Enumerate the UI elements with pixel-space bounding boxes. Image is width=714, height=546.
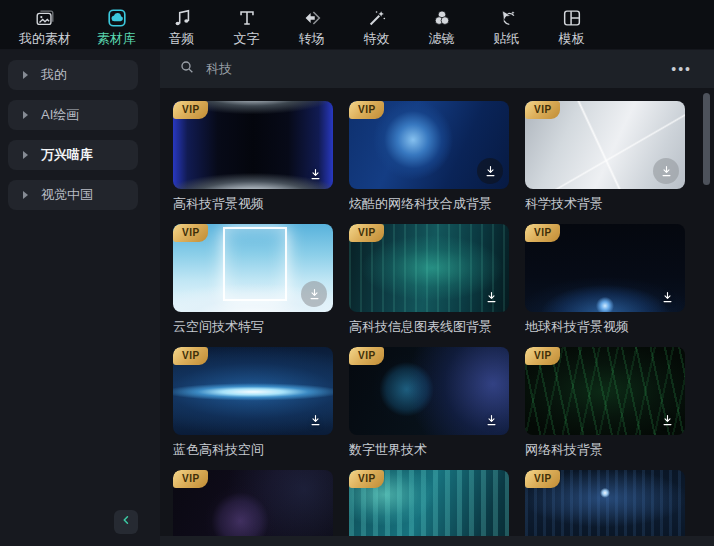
vip-badge: VIP <box>349 347 384 365</box>
asset-card[interactable]: VIP <box>349 470 509 536</box>
asset-thumbnail[interactable]: VIP <box>173 347 333 435</box>
asset-thumbnail[interactable]: VIP <box>349 470 509 536</box>
asset-card[interactable]: VIP <box>525 470 685 536</box>
sidebar-item-mine[interactable]: 我的 <box>8 60 138 90</box>
scrollbar-thumb[interactable] <box>703 93 710 185</box>
asset-card[interactable]: VIP 云空间技术特写 <box>173 224 333 335</box>
my-media-icon <box>34 6 56 30</box>
download-icon <box>484 290 499 305</box>
asset-grid: VIP 高科技背景视频 VIP 炫酷 <box>160 88 714 536</box>
download-icon <box>308 167 323 182</box>
asset-thumbnail[interactable]: VIP <box>173 470 333 536</box>
download-button[interactable] <box>304 532 326 536</box>
search-bar[interactable]: 科技 ••• <box>160 50 714 88</box>
templates-icon <box>561 6 583 30</box>
download-button[interactable] <box>304 409 326 431</box>
toolbar-item-label: 模板 <box>559 31 585 46</box>
chevron-right-icon <box>23 191 28 199</box>
sidebar-item-wondershare-library[interactable]: 万兴喵库 <box>8 140 138 170</box>
asset-title: 地球科技背景视频 <box>525 319 685 335</box>
audio-icon <box>171 6 193 30</box>
asset-thumbnail[interactable]: VIP <box>349 224 509 312</box>
asset-thumbnail[interactable]: VIP <box>173 101 333 189</box>
toolbar-item-transition[interactable]: 转场 <box>279 4 344 46</box>
download-button[interactable] <box>301 281 327 307</box>
download-button[interactable] <box>480 286 502 308</box>
asset-thumbnail[interactable]: VIP <box>173 224 333 312</box>
download-button[interactable] <box>656 286 678 308</box>
vip-badge: VIP <box>349 101 384 119</box>
chevron-right-icon <box>23 71 28 79</box>
toolbar-item-label: 转场 <box>299 31 325 46</box>
asset-title: 蓝色高科技空间 <box>173 442 333 458</box>
chevron-left-icon <box>119 513 133 531</box>
toolbar-item-label: 滤镜 <box>429 31 455 46</box>
asset-title: 云空间技术特写 <box>173 319 333 335</box>
vip-badge: VIP <box>525 347 560 365</box>
asset-card[interactable]: VIP 高科技背景视频 <box>173 101 333 212</box>
search-icon <box>179 59 195 79</box>
download-button[interactable] <box>480 409 502 431</box>
asset-title: 网络科技背景 <box>525 442 685 458</box>
filters-icon <box>431 6 453 30</box>
vip-badge: VIP <box>173 101 208 119</box>
toolbar-item-text[interactable]: 文字 <box>214 4 279 46</box>
toolbar-item-audio[interactable]: 音频 <box>149 4 214 46</box>
effects-icon <box>366 6 388 30</box>
main-area: 我的 AI绘画 万兴喵库 视觉中国 <box>0 50 714 546</box>
vip-badge: VIP <box>173 224 208 242</box>
asset-card[interactable]: VIP 数字世界技术 <box>349 347 509 458</box>
sidebar-item-label: AI绘画 <box>41 106 79 124</box>
asset-card[interactable]: VIP 蓝色高科技空间 <box>173 347 333 458</box>
content-panel: 科技 ••• VIP 高科技背景视频 VIP <box>160 50 714 546</box>
download-icon <box>484 413 499 428</box>
toolbar-item-stock-library[interactable]: 素材库 <box>84 4 149 46</box>
collapse-sidebar-button[interactable] <box>114 510 138 534</box>
asset-title: 科学技术背景 <box>525 196 685 212</box>
vip-badge: VIP <box>173 470 208 488</box>
asset-card[interactable]: VIP 网络科技背景 <box>525 347 685 458</box>
vip-badge: VIP <box>349 224 384 242</box>
asset-title: 数字世界技术 <box>349 442 509 458</box>
chevron-right-icon <box>23 111 28 119</box>
asset-thumbnail[interactable]: VIP <box>525 470 685 536</box>
search-input[interactable]: 科技 <box>206 60 671 78</box>
sidebar-item-label: 万兴喵库 <box>41 146 93 164</box>
vip-badge: VIP <box>525 470 560 488</box>
asset-thumbnail[interactable]: VIP <box>349 347 509 435</box>
asset-card[interactable]: VIP <box>173 470 333 536</box>
asset-card[interactable]: VIP 地球科技背景视频 <box>525 224 685 335</box>
sidebar-item-ai-painting[interactable]: AI绘画 <box>8 100 138 130</box>
vip-badge: VIP <box>349 470 384 488</box>
asset-thumbnail[interactable]: VIP <box>525 224 685 312</box>
download-button[interactable] <box>304 163 326 185</box>
sidebar-item-visual-china[interactable]: 视觉中国 <box>8 180 138 210</box>
asset-card[interactable]: VIP 炫酷的网络科技合成背景 <box>349 101 509 212</box>
asset-card[interactable]: VIP 高科技信息图表线图背景 <box>349 224 509 335</box>
toolbar-item-templates[interactable]: 模板 <box>539 4 604 46</box>
toolbar-item-label: 音频 <box>169 31 195 46</box>
download-button[interactable] <box>480 532 502 536</box>
download-icon <box>307 287 322 302</box>
asset-thumbnail[interactable]: VIP <box>525 347 685 435</box>
asset-card[interactable]: VIP 科学技术背景 <box>525 101 685 212</box>
download-button[interactable] <box>653 158 679 184</box>
sidebar-item-label: 视觉中国 <box>41 186 93 204</box>
asset-title: 炫酷的网络科技合成背景 <box>349 196 509 212</box>
toolbar-item-filters[interactable]: 滤镜 <box>409 4 474 46</box>
download-icon <box>659 164 674 179</box>
download-button[interactable] <box>656 409 678 431</box>
more-options-button[interactable]: ••• <box>671 64 692 74</box>
download-icon <box>308 536 323 537</box>
sidebar: 我的 AI绘画 万兴喵库 视觉中国 <box>0 50 160 546</box>
download-icon <box>483 164 498 179</box>
toolbar-item-my-media[interactable]: 我的素材 <box>6 4 84 46</box>
download-button[interactable] <box>656 532 678 536</box>
download-button[interactable] <box>477 158 503 184</box>
download-icon <box>660 413 675 428</box>
asset-thumbnail[interactable]: VIP <box>349 101 509 189</box>
bottom-strip <box>160 536 714 546</box>
toolbar-item-stickers[interactable]: 贴纸 <box>474 4 539 46</box>
toolbar-item-effects[interactable]: 特效 <box>344 4 409 46</box>
asset-thumbnail[interactable]: VIP <box>525 101 685 189</box>
